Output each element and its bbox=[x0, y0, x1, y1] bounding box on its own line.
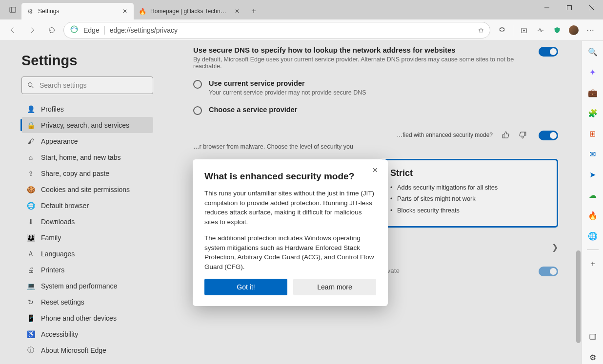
tab-ghacks[interactable]: 🔥 Homepage | gHacks Technology ✕ bbox=[134, 3, 246, 19]
sidebar-add-icon[interactable]: ＋ bbox=[586, 257, 600, 270]
toolbar: Edge edge://settings/privacy ✩ ⋯ bbox=[0, 19, 603, 41]
share-icon: ⇪ bbox=[26, 170, 35, 177]
favorite-icon[interactable]: ✩ bbox=[478, 26, 484, 34]
home-icon: ⌂ bbox=[26, 153, 35, 161]
thumbs-down-icon[interactable] bbox=[517, 130, 528, 140]
dns-option-current[interactable]: Use current service provider Your curren… bbox=[193, 79, 558, 96]
search-placeholder: Search settings bbox=[40, 81, 87, 89]
secure-dns-row: Use secure DNS to specify how to lookup … bbox=[193, 46, 558, 70]
dialog-paragraph-1: This runs your unfamiliar sites without … bbox=[204, 189, 376, 227]
sidebar-item-label: Family bbox=[41, 234, 61, 242]
dialog-learn-more-button[interactable]: Learn more bbox=[293, 279, 376, 295]
sidebar-item-reset-settings[interactable]: ↻Reset settings bbox=[21, 294, 153, 310]
inprivate-toggle[interactable] bbox=[539, 267, 558, 276]
divider bbox=[513, 25, 513, 36]
scrollbar[interactable] bbox=[576, 41, 581, 364]
strict-bullet: Parts of sites might not work bbox=[390, 194, 548, 203]
shield-icon[interactable] bbox=[549, 22, 565, 38]
sidebar-item-share-copy-and-paste[interactable]: ⇪Share, copy and paste bbox=[21, 165, 153, 181]
collections-icon[interactable] bbox=[516, 22, 532, 38]
sidebar-drop-icon[interactable]: ☁ bbox=[586, 188, 600, 202]
languages-icon: Ａ bbox=[26, 249, 35, 258]
sidebar-item-label: Phone and other devices bbox=[41, 314, 117, 322]
sidebar-item-label: Profiles bbox=[41, 105, 64, 113]
strict-title: Strict bbox=[390, 168, 548, 178]
sidebar-hide-icon[interactable] bbox=[586, 330, 600, 344]
maximize-button[interactable] bbox=[558, 0, 581, 16]
address-bar[interactable]: Edge edge://settings/privacy ✩ bbox=[63, 22, 490, 38]
scrollbar-thumb[interactable] bbox=[576, 250, 581, 343]
sidebar-tools-icon[interactable]: 💼 bbox=[586, 86, 600, 99]
sidebar-item-about-microsoft-edge[interactable]: ⓘAbout Microsoft Edge bbox=[21, 342, 153, 358]
sidebar-item-downloads[interactable]: ⬇Downloads bbox=[21, 213, 153, 230]
sidebar-item-accessibility[interactable]: ♿Accessibility bbox=[21, 326, 153, 342]
sidebar-item-default-browser[interactable]: 🌐Default browser bbox=[21, 197, 153, 213]
close-tab-icon[interactable]: ✕ bbox=[233, 7, 241, 15]
close-tab-icon[interactable]: ✕ bbox=[121, 7, 129, 15]
sidebar-item-system-and-performance[interactable]: 💻System and performance bbox=[21, 278, 153, 294]
strict-bullet: Adds security mitigations for all sites bbox=[390, 183, 548, 192]
sidebar-games-icon[interactable]: 🧩 bbox=[586, 106, 600, 120]
svg-rect-0 bbox=[10, 7, 16, 13]
separator bbox=[104, 26, 105, 35]
forward-button[interactable] bbox=[24, 22, 40, 38]
radio-sub: Your current service provider may not pr… bbox=[209, 89, 366, 96]
minimize-button[interactable] bbox=[536, 0, 558, 16]
system-icon: 💻 bbox=[26, 282, 35, 290]
radio-label: Choose a service provider bbox=[209, 106, 297, 114]
svg-point-10 bbox=[28, 83, 32, 87]
sidebar-globe-icon[interactable]: 🌐 bbox=[586, 229, 600, 243]
sidebar-settings-icon[interactable]: ⚙ bbox=[586, 350, 600, 364]
tab-label: Settings bbox=[38, 8, 117, 15]
sidebar-item-appearance[interactable]: 🖌Appearance bbox=[21, 133, 153, 149]
more-menu-icon[interactable]: ⋯ bbox=[583, 22, 598, 38]
settings-search-input[interactable]: Search settings bbox=[21, 77, 153, 94]
close-window-button[interactable] bbox=[581, 0, 603, 16]
sidebar-item-printers[interactable]: 🖨Printers bbox=[21, 262, 153, 278]
sidebar-item-label: Share, copy and paste bbox=[41, 170, 109, 177]
sidebar-item-privacy-search-and-services[interactable]: 🔒Privacy, search, and services bbox=[21, 117, 153, 133]
sidebar-item-label: Appearance bbox=[41, 137, 78, 145]
sidebar-item-phone-and-other-devices[interactable]: 📱Phone and other devices bbox=[21, 310, 153, 326]
new-tab-button[interactable]: ＋ bbox=[246, 3, 261, 19]
family-icon: 👪 bbox=[26, 234, 35, 242]
secure-dns-toggle[interactable] bbox=[539, 47, 558, 57]
strict-card[interactable]: Strict Adds security mitigations for all… bbox=[380, 159, 558, 228]
sidebar-office-icon[interactable]: ⊞ bbox=[586, 127, 600, 140]
sidebar-search-icon[interactable]: 🔍 bbox=[586, 45, 600, 58]
sidebar-ghacks-icon[interactable]: 🔥 bbox=[586, 209, 600, 222]
sidebar-item-family[interactable]: 👪Family bbox=[21, 230, 153, 246]
window-controls bbox=[536, 0, 603, 16]
dialog-paragraph-2: The additional protection includes Windo… bbox=[204, 233, 376, 271]
edge-sidebar: 🔍 ✦ 💼 🧩 ⊞ ✉ ➤ ☁ 🔥 🌐 ＋ ⚙ bbox=[582, 41, 603, 364]
dialog-got-it-button[interactable]: Got it! bbox=[204, 279, 287, 295]
profile-avatar[interactable] bbox=[566, 22, 582, 38]
dialog-close-icon[interactable]: ✕ bbox=[369, 164, 381, 176]
workspace: Settings Search settings 👤Profiles🔒Priva… bbox=[0, 41, 603, 364]
settings-title: Settings bbox=[21, 53, 153, 69]
sidebar-item-start-home-and-new-tabs[interactable]: ⌂Start, home, and new tabs bbox=[21, 149, 153, 165]
tab-actions-button[interactable] bbox=[4, 2, 21, 18]
sidebar-discover-icon[interactable]: ✦ bbox=[586, 65, 600, 79]
satisfied-question: …fied with enhanced security mode? bbox=[397, 132, 493, 138]
thumbs-up-icon[interactable] bbox=[501, 130, 511, 140]
enhanced-security-toggle[interactable] bbox=[539, 131, 558, 140]
extensions-icon[interactable] bbox=[494, 22, 510, 38]
ghacks-favicon-icon: 🔥 bbox=[139, 7, 146, 15]
sidebar-send-icon[interactable]: ➤ bbox=[586, 168, 600, 181]
dns-option-choose[interactable]: Choose a service provider bbox=[193, 106, 558, 115]
performance-icon[interactable] bbox=[533, 22, 548, 38]
sidebar-item-label: Cookies and site permissions bbox=[41, 186, 130, 193]
profile-icon: 👤 bbox=[26, 105, 35, 113]
tab-settings[interactable]: ⚙ Settings ✕ bbox=[21, 3, 134, 19]
chevron-right-icon: ❯ bbox=[552, 243, 558, 252]
accessibility-icon: ♿ bbox=[26, 330, 35, 338]
sidebar-item-label: Default browser bbox=[41, 202, 89, 210]
sidebar-item-cookies-and-site-permissions[interactable]: 🍪Cookies and site permissions bbox=[21, 181, 153, 197]
sidebar-item-profiles[interactable]: 👤Profiles bbox=[21, 101, 153, 117]
refresh-button[interactable] bbox=[44, 22, 60, 38]
back-button[interactable] bbox=[5, 22, 20, 38]
sidebar-item-languages[interactable]: ＡLanguages bbox=[21, 246, 153, 262]
strict-bullet: Blocks security threats bbox=[390, 206, 548, 214]
sidebar-outlook-icon[interactable]: ✉ bbox=[586, 147, 600, 161]
